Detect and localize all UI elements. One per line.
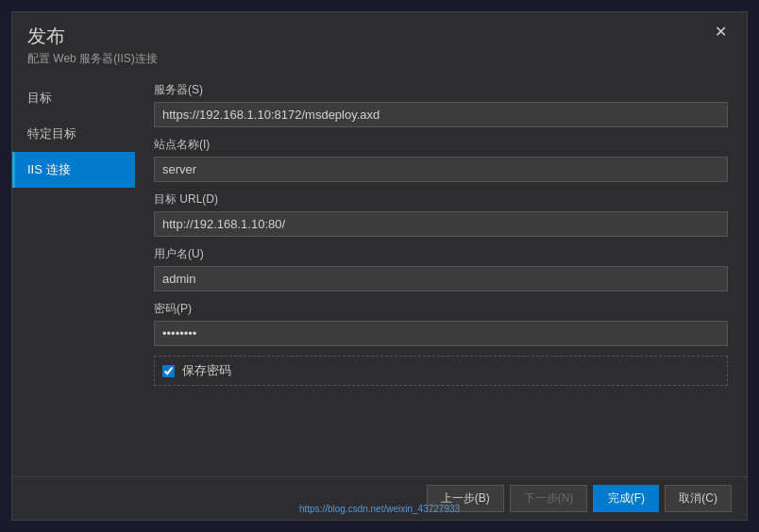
server-group: 服务器(S): [154, 82, 728, 127]
title-text: 发布 配置 Web 服务器(IIS)连接: [27, 24, 158, 67]
username-label: 用户名(U): [154, 246, 728, 262]
target-url-label: 目标 URL(D): [154, 191, 728, 208]
next-button[interactable]: 下一步(N): [510, 485, 588, 512]
publish-dialog: 发布 配置 Web 服务器(IIS)连接 ✕ 目标 特定目标 IIS 连接 服务…: [11, 11, 748, 521]
cancel-button[interactable]: 取消(C): [665, 485, 732, 512]
dialog-footer: 上一步(B) 下一步(N) 完成(F) 取消(C): [12, 476, 747, 520]
sidebar-item-target[interactable]: 目标: [12, 80, 135, 116]
main-content: 服务器(S) 站点名称(I) 目标 URL(D) 用户名(U) 密码(P): [135, 71, 747, 476]
save-password-group: 保存密码: [154, 356, 728, 386]
server-label: 服务器(S): [154, 82, 728, 98]
dialog-body: 目标 特定目标 IIS 连接 服务器(S) 站点名称(I) 目标 URL(D): [12, 71, 747, 476]
password-label: 密码(P): [154, 301, 728, 317]
sidebar-item-iis-connection[interactable]: IIS 连接: [12, 152, 135, 188]
prev-button[interactable]: 上一步(B): [427, 485, 504, 512]
password-input[interactable]: [154, 321, 728, 346]
username-group: 用户名(U): [154, 246, 728, 291]
target-url-input[interactable]: [154, 211, 728, 237]
sidebar: 目标 特定目标 IIS 连接: [12, 71, 135, 476]
dialog-title: 发布: [27, 24, 158, 49]
finish-button[interactable]: 完成(F): [593, 485, 659, 512]
close-button[interactable]: ✕: [709, 20, 732, 42]
save-password-label[interactable]: 保存密码: [182, 362, 231, 379]
sidebar-item-specific-target[interactable]: 特定目标: [12, 116, 135, 152]
server-input[interactable]: [154, 102, 728, 127]
dialog-subtitle: 配置 Web 服务器(IIS)连接: [27, 51, 158, 67]
sitename-input[interactable]: [154, 157, 728, 182]
sitename-label: 站点名称(I): [154, 137, 728, 153]
save-password-checkbox[interactable]: [162, 365, 175, 377]
target-url-group: 目标 URL(D): [154, 191, 728, 237]
sitename-group: 站点名称(I): [154, 137, 728, 182]
title-bar: 发布 配置 Web 服务器(IIS)连接 ✕: [12, 12, 747, 71]
password-group: 密码(P): [154, 301, 728, 346]
username-input[interactable]: [154, 266, 728, 291]
